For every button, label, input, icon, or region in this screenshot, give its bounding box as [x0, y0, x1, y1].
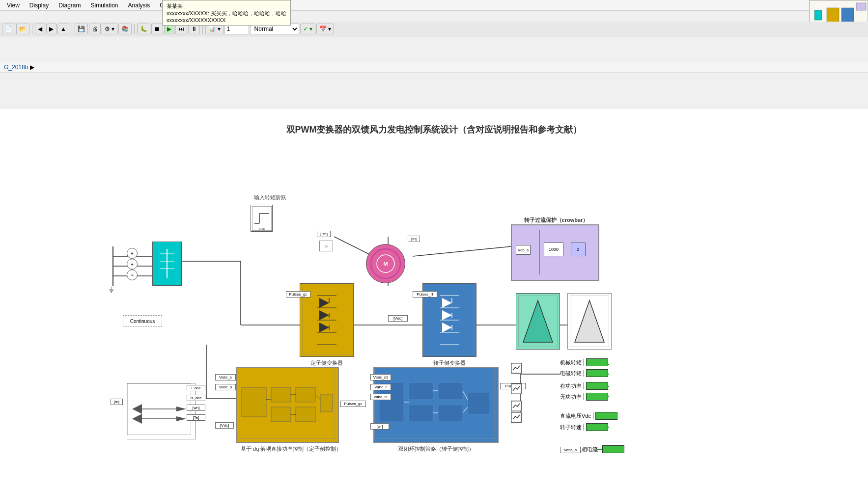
crowbar-divider: [539, 230, 540, 274]
svg-text:M: M: [383, 261, 388, 267]
print-button[interactable]: 🖨: [89, 24, 101, 34]
p-output-row: 有功功率: [560, 382, 608, 390]
i3phase-output-block[interactable]: [602, 445, 624, 453]
te-conn: [Te]: [187, 414, 205, 421]
input-torque-label: 输入转矩阶跃: [251, 194, 290, 201]
scope-2[interactable]: [511, 401, 522, 411]
forward-button[interactable]: ▶: [46, 24, 56, 34]
menu-display[interactable]: Display: [25, 0, 54, 11]
torque-step-block[interactable]: Step: [251, 205, 273, 232]
sum-circle-3[interactable]: +: [127, 270, 138, 280]
svg-rect-82: [320, 395, 333, 412]
svg-text:Step: Step: [258, 227, 265, 230]
menu-simulation[interactable]: Simulation: [86, 0, 123, 11]
open-button[interactable]: 📂: [16, 24, 29, 34]
scope-1[interactable]: [511, 363, 522, 374]
m-input-label: [m]: [114, 400, 119, 404]
vdc-label: [Vdc]: [393, 316, 402, 321]
vabc-s1: Vabc_s: [215, 374, 236, 380]
vabc-s-out: Vabc_s: [560, 447, 581, 453]
breadcrumb-arrow: ▶: [30, 64, 34, 71]
pulses-gc-out: Pulses_gc: [340, 401, 366, 407]
diagram-title: 双PWM变换器的双馈风力发电控制系统设计（含对应说明报告和参考文献）: [286, 124, 582, 136]
scope-vdc[interactable]: [511, 412, 522, 423]
svg-rect-93: [468, 392, 490, 414]
m-conn-box: [m]: [408, 236, 420, 242]
svg-rect-77: [242, 387, 266, 417]
m-label: [m]: [411, 237, 417, 241]
check-button[interactable]: ✓ ▾: [300, 24, 315, 34]
debug-button[interactable]: 🐛: [137, 24, 150, 34]
vdc-wire2: [593, 412, 593, 419]
mint-block[interactable]: [516, 293, 560, 350]
q-output-row: 无功功率: [560, 393, 608, 401]
tm-output-block[interactable]: [586, 358, 608, 366]
tm-output-label: 机械转矩: [560, 359, 582, 366]
source-block[interactable]: [152, 242, 182, 286]
new-button[interactable]: 📄: [2, 24, 15, 34]
menu-diagram[interactable]: Diagram: [54, 0, 85, 11]
te-output-block[interactable]: [586, 369, 608, 377]
wr-output-block[interactable]: [586, 423, 608, 431]
tooltip-line2: xxxxxxxx/XXXXX: 买买买，哈哈哈，哈哈哈，哈哈: [167, 10, 286, 17]
signal-block-1[interactable]: ▷: [319, 241, 333, 251]
scope-p[interactable]: [511, 383, 522, 394]
wr-output-row: 转子转速: [560, 423, 608, 431]
continuous-block[interactable]: Continuous: [123, 315, 162, 327]
tm-conn-box: [Tm]: [317, 231, 331, 237]
p-output-block[interactable]: [586, 382, 608, 390]
tm-label: [Tm]: [320, 232, 328, 236]
breadcrumb-path[interactable]: G_2018b: [4, 64, 28, 71]
vdc-output-block[interactable]: [595, 412, 617, 420]
canvas-area: 双PWM变换器的双馈风力发电控制系统设计（含对应说明报告和参考文献） Conti…: [0, 109, 868, 488]
measure-subsystem[interactable]: [127, 383, 196, 439]
pulses-gc-text: Pulses_gc: [289, 292, 308, 297]
library-button[interactable]: 📚: [118, 24, 132, 34]
stator-converter-label: 定子侧变换器: [302, 359, 351, 367]
vabc-r1: Vabc_s1: [370, 374, 391, 380]
q-output-block[interactable]: [586, 393, 608, 401]
tm-output-row: 机械转矩: [560, 358, 608, 366]
vabc-r2: Vabc_r: [370, 384, 391, 390]
svg-rect-79: [271, 407, 291, 422]
wr-output-label: 转子转速: [560, 424, 582, 431]
svg-rect-4: [856, 3, 866, 10]
crowbar-output: z: [571, 243, 586, 256]
rotor-control-block[interactable]: [373, 367, 499, 443]
input-torque-area: Step 输入转矩阶跃: [251, 200, 273, 227]
te-output-label: 电磁转矩: [560, 370, 582, 377]
svg-rect-1: [814, 10, 822, 20]
vabc-r3: Vabc_r1: [370, 394, 391, 400]
wr-conn: [wr]: [370, 423, 389, 430]
te-output-row: 电磁转矩: [560, 369, 608, 377]
m-input-conn: [m]: [111, 399, 123, 405]
svg-rect-89: [409, 382, 433, 400]
settings-button[interactable]: ⚙ ▾: [102, 24, 117, 34]
sum-circle-1[interactable]: +: [127, 248, 138, 259]
up-button[interactable]: ▲: [57, 24, 69, 34]
tooltip-line3: xxxxxxxx/XXXXXXXXXX: [167, 17, 286, 23]
back-button[interactable]: ◀: [35, 24, 45, 34]
stop-button[interactable]: ⏹: [151, 24, 163, 34]
calendar-button[interactable]: 📅 ▾: [316, 24, 334, 34]
vdc-s-conn: [Vdc]: [215, 422, 234, 429]
i3phase-wire: [600, 446, 600, 453]
sum-circle-2[interactable]: +: [127, 259, 138, 270]
stator-control-block[interactable]: [236, 367, 339, 443]
tooltip-popup: 某某某 xxxxxxxx/XXXXX: 买买买，哈哈哈，哈哈哈，哈哈 xxxxx…: [162, 0, 291, 26]
save-button[interactable]: 💾: [75, 24, 88, 34]
pulses-rf-text: Pulses_rf: [417, 292, 433, 297]
crowbar-inner-1: Vdc_s: [516, 245, 531, 255]
rotor-converter-label: 转子侧变换器: [425, 359, 474, 367]
menu-view[interactable]: View: [2, 0, 25, 11]
generator-block[interactable]: M: [366, 244, 405, 283]
vdc-conn-box: [Vdc]: [388, 315, 408, 322]
q-wire: [584, 393, 584, 400]
menu-analysis[interactable]: Analysis: [123, 0, 155, 11]
ground-symbol: ⏚: [109, 285, 114, 294]
iabc2-conn: is_abc: [187, 395, 205, 401]
right-triangle-block[interactable]: [567, 293, 612, 350]
tm-wire: [584, 359, 584, 366]
svg-rect-3: [841, 8, 854, 23]
crowbar-block[interactable]: 转子过流保护（crowbar） Vdc_s 1000 z: [511, 224, 599, 281]
